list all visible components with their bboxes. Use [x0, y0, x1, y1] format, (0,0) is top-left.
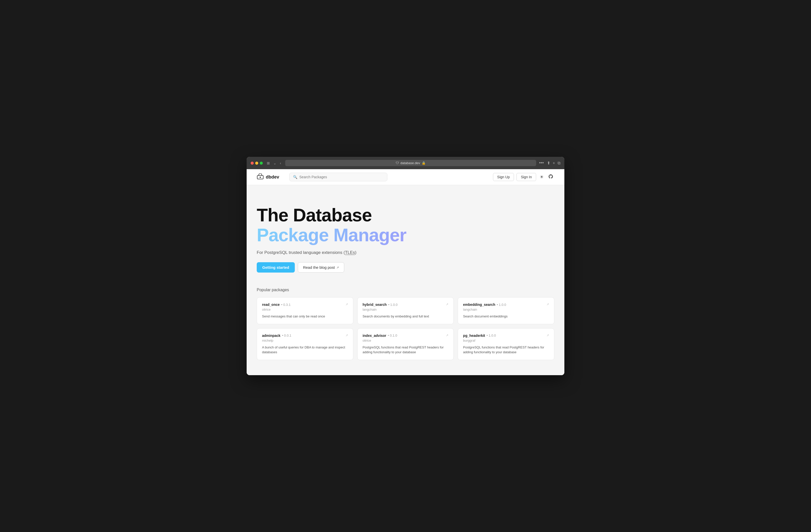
package-name-version: adminpack • 0.0.1: [262, 333, 291, 338]
section-title: Popular packages: [257, 288, 554, 292]
maximize-button[interactable]: [260, 162, 263, 165]
packages-grid: read_once • 0.3.1 ↗ olirice Send message…: [257, 297, 554, 360]
tab-overview-button[interactable]: ⧉: [557, 161, 560, 166]
logo-text: dbdev: [266, 174, 279, 180]
signin-button[interactable]: Sign In: [517, 173, 536, 181]
package-version: • 1.0.0: [497, 303, 506, 307]
package-author: burggraf: [463, 339, 549, 342]
package-author: langchain: [363, 308, 449, 311]
browser-controls: ⊞ ⌄ ‹: [266, 161, 282, 166]
package-description: Search document embeddings: [463, 314, 549, 319]
new-tab-button[interactable]: +: [553, 161, 555, 166]
package-external-link-icon[interactable]: ↗: [446, 302, 448, 306]
package-header: index_advisor • 0.1.0 ↗: [363, 333, 449, 338]
package-name-version: hybrid_search • 1.0.0: [363, 302, 398, 307]
package-header: adminpack • 0.0.1 ↗: [262, 333, 348, 338]
package-version: • 0.3.1: [281, 303, 291, 307]
blog-post-label: Read the blog post: [303, 265, 335, 269]
search-input[interactable]: [299, 175, 384, 179]
back-button[interactable]: ‹: [279, 161, 282, 166]
more-options-icon[interactable]: •••: [539, 160, 544, 166]
package-author: olirice: [262, 308, 348, 311]
browser-chrome: ⊞ ⌄ ‹ 🛡 database.dev 🔒 ••• ⬆ + ⧉: [247, 157, 564, 169]
package-external-link-icon[interactable]: ↗: [346, 302, 348, 306]
address-bar[interactable]: 🛡 database.dev 🔒: [285, 160, 536, 166]
nav-actions: Sign Up Sign In ☀: [493, 173, 554, 181]
package-card-read-once[interactable]: read_once • 0.3.1 ↗ olirice Send message…: [257, 297, 353, 324]
hero-title-line2: Package Manager: [257, 225, 463, 245]
package-header: hybrid_search • 1.0.0 ↗: [363, 302, 449, 307]
package-version: • 1.0.0: [388, 303, 397, 307]
package-card-pg-headerkit[interactable]: pg_headerkit • 1.0.0 ↗ burggraf PostgreS…: [458, 328, 554, 360]
address-text: database.dev: [400, 161, 420, 165]
package-version: • 0.0.1: [282, 333, 291, 338]
share-button[interactable]: ⬆: [547, 161, 550, 166]
package-external-link-icon[interactable]: ↗: [547, 333, 549, 337]
package-external-link-icon[interactable]: ↗: [446, 333, 448, 337]
page-content: dbdev 🔍 Sign Up Sign In ☀ The Database: [247, 169, 564, 375]
browser-window: ⊞ ⌄ ‹ 🛡 database.dev 🔒 ••• ⬆ + ⧉ db: [247, 157, 564, 375]
package-description: PostgreSQL functions that read PostgREST…: [363, 345, 449, 355]
package-version: • 0.1.0: [388, 333, 397, 338]
lock-icon: 🔒: [422, 161, 426, 165]
package-author: olirice: [363, 339, 449, 342]
package-external-link-icon[interactable]: ↗: [346, 333, 348, 337]
search-icon: 🔍: [293, 175, 297, 179]
package-card-adminpack[interactable]: adminpack • 0.0.1 ↗ michelp A bunch of u…: [257, 328, 353, 360]
theme-toggle-icon[interactable]: ☀: [539, 173, 545, 181]
github-icon[interactable]: [547, 173, 554, 181]
package-author: langchain: [463, 308, 549, 311]
package-description: Send messages that can only be read once: [262, 314, 348, 319]
package-name-version: index_advisor • 0.1.0: [363, 333, 397, 338]
package-external-link-icon[interactable]: ↗: [547, 302, 549, 306]
navbar: dbdev 🔍 Sign Up Sign In ☀: [247, 169, 564, 185]
package-card-index-advisor[interactable]: index_advisor • 0.1.0 ↗ olirice PostgreS…: [357, 328, 454, 360]
hero-title-line1: The Database: [257, 205, 463, 225]
minimize-button[interactable]: [255, 162, 258, 165]
hero-actions: Getting started Read the blog post ↗: [257, 262, 463, 272]
external-link-icon: ↗: [336, 266, 339, 269]
package-card-embedding-search[interactable]: embedding_search • 1.0.0 ↗ langchain Sea…: [458, 297, 554, 324]
package-name-version: read_once • 0.3.1: [262, 302, 291, 307]
browser-actions: ⬆ + ⧉: [547, 161, 560, 166]
package-name-version: pg_headerkit • 1.0.0: [463, 333, 496, 338]
svg-point-1: [260, 177, 261, 178]
package-header: read_once • 0.3.1 ↗: [262, 302, 348, 307]
package-description: A bunch of useful queries for DBA to man…: [262, 345, 348, 355]
package-name-version: embedding_search • 1.0.0: [463, 302, 506, 307]
hero-subtitle: For PostgreSQL trusted language extensio…: [257, 250, 463, 255]
chevron-down-icon[interactable]: ⌄: [272, 161, 277, 166]
search-bar[interactable]: 🔍: [289, 173, 387, 181]
hero-section: The Database Package Manager For Postgre…: [247, 185, 474, 288]
package-card-hybrid-search[interactable]: hybrid_search • 1.0.0 ↗ langchain Search…: [357, 297, 454, 324]
package-name: hybrid_search: [363, 302, 387, 307]
package-header: embedding_search • 1.0.0 ↗: [463, 302, 549, 307]
package-header: pg_headerkit • 1.0.0 ↗: [463, 333, 549, 338]
signup-button[interactable]: Sign Up: [493, 173, 514, 181]
package-author: michelp: [262, 339, 348, 342]
shield-icon: 🛡: [396, 161, 399, 165]
traffic-lights: [251, 162, 263, 165]
package-version: • 1.0.0: [487, 333, 496, 338]
read-blog-post-button[interactable]: Read the blog post ↗: [298, 262, 344, 272]
logo-icon: [257, 173, 264, 181]
package-name: index_advisor: [363, 333, 386, 338]
package-name: embedding_search: [463, 302, 495, 307]
close-button[interactable]: [251, 162, 254, 165]
sidebar-toggle-button[interactable]: ⊞: [266, 161, 271, 166]
popular-packages-section: Popular packages read_once • 0.3.1 ↗ oli…: [247, 288, 564, 375]
package-name: pg_headerkit: [463, 333, 485, 338]
package-name: adminpack: [262, 333, 280, 338]
logo-link[interactable]: dbdev: [257, 173, 279, 181]
package-description: PostgreSQL functions that read PostgREST…: [463, 345, 549, 355]
package-description: Search documents by embedding and full t…: [363, 314, 449, 319]
package-name: read_once: [262, 302, 280, 307]
getting-started-button[interactable]: Getting started: [257, 262, 295, 272]
